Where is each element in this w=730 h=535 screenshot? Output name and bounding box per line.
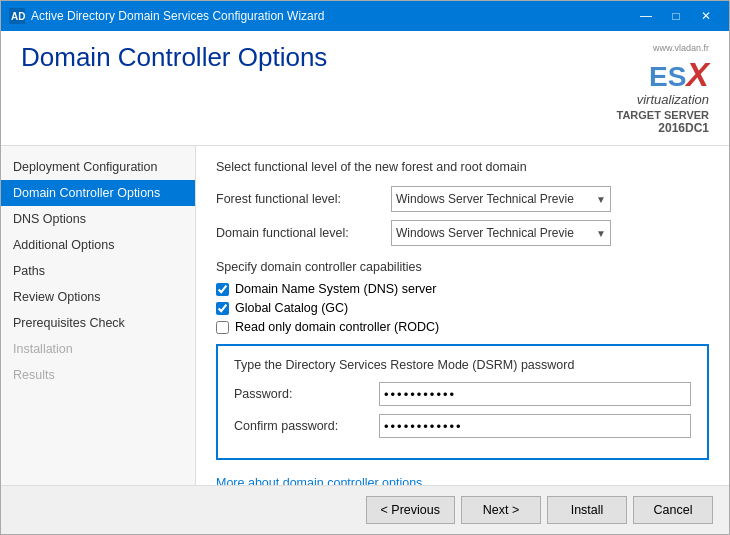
password-input[interactable] <box>379 382 691 406</box>
footer: < Previous Next > Install Cancel <box>1 485 729 534</box>
domain-level-row: Domain functional level: Windows Server … <box>216 220 709 246</box>
sidebar-item-prereq[interactable]: Prerequisites Check <box>1 310 195 336</box>
functional-level-label: Select functional level of the new fores… <box>216 160 709 174</box>
next-button[interactable]: Next > <box>461 496 541 524</box>
main-content: Select functional level of the new fores… <box>196 146 729 485</box>
forest-select-value: Windows Server Technical Previe <box>396 192 574 206</box>
more-link[interactable]: More about domain controller options <box>216 476 422 485</box>
sidebar-item-dns[interactable]: DNS Options <box>1 206 195 232</box>
forest-select[interactable]: Windows Server Technical Previe ▼ <box>391 186 611 212</box>
dns-label: Domain Name System (DNS) server <box>235 282 436 296</box>
previous-button[interactable]: < Previous <box>366 496 455 524</box>
minimize-button[interactable]: — <box>631 1 661 31</box>
gc-checkbox-row: Global Catalog (GC) <box>216 301 709 315</box>
confirm-row: Confirm password: <box>234 414 691 438</box>
domain-label: Domain functional level: <box>216 226 391 240</box>
dns-checkbox-row: Domain Name System (DNS) server <box>216 282 709 296</box>
dns-checkbox[interactable] <box>216 283 229 296</box>
server-name: 2016DC1 <box>658 121 709 135</box>
brand-url: www.vladan.fr <box>653 43 709 53</box>
password-row: Password: <box>234 382 691 406</box>
dsrm-title: Type the Directory Services Restore Mode… <box>234 358 691 372</box>
domain-select-value: Windows Server Technical Previe <box>396 226 574 240</box>
forest-dropdown-arrow: ▼ <box>596 194 606 205</box>
forest-label: Forest functional level: <box>216 192 391 206</box>
sidebar-item-review[interactable]: Review Options <box>1 284 195 310</box>
gc-checkbox[interactable] <box>216 302 229 315</box>
sidebar-item-additional[interactable]: Additional Options <box>1 232 195 258</box>
branding: www.vladan.fr ESX virtualization TARGET … <box>617 43 710 135</box>
forest-level-row: Forest functional level: Windows Server … <box>216 186 709 212</box>
rodc-label: Read only domain controller (RODC) <box>235 320 439 334</box>
close-button[interactable]: ✕ <box>691 1 721 31</box>
domain-select[interactable]: Windows Server Technical Previe ▼ <box>391 220 611 246</box>
gc-label: Global Catalog (GC) <box>235 301 348 315</box>
dsrm-box: Type the Directory Services Restore Mode… <box>216 344 709 460</box>
rodc-checkbox[interactable] <box>216 321 229 334</box>
sidebar-item-paths[interactable]: Paths <box>1 258 195 284</box>
maximize-button[interactable]: □ <box>661 1 691 31</box>
sidebar-item-dc-options[interactable]: Domain Controller Options <box>1 180 195 206</box>
capabilities-section: Specify domain controller capabilities D… <box>216 260 709 334</box>
app-icon: AD <box>9 8 25 24</box>
svg-text:AD: AD <box>11 11 25 22</box>
sidebar: Deployment Configuration Domain Controll… <box>1 146 196 485</box>
page-title: Domain Controller Options <box>21 43 327 72</box>
brand-es-text: ES <box>649 61 686 92</box>
rodc-checkbox-row: Read only domain controller (RODC) <box>216 320 709 334</box>
capabilities-title: Specify domain controller capabilities <box>216 260 709 274</box>
page-header: Domain Controller Options www.vladan.fr … <box>1 31 729 146</box>
titlebar: AD Active Directory Domain Services Conf… <box>1 1 729 31</box>
confirm-label: Confirm password: <box>234 419 379 433</box>
window-controls: — □ ✕ <box>631 1 721 31</box>
brand-x-text: X <box>686 55 709 93</box>
main-window: AD Active Directory Domain Services Conf… <box>0 0 730 535</box>
install-button[interactable]: Install <box>547 496 627 524</box>
target-label: TARGET SERVER <box>617 109 710 121</box>
password-label: Password: <box>234 387 379 401</box>
sidebar-item-deployment[interactable]: Deployment Configuration <box>1 154 195 180</box>
window-title: Active Directory Domain Services Configu… <box>31 9 631 23</box>
sidebar-item-results: Results <box>1 362 195 388</box>
domain-dropdown-arrow: ▼ <box>596 228 606 239</box>
confirm-password-input[interactable] <box>379 414 691 438</box>
sidebar-item-install: Installation <box>1 336 195 362</box>
cancel-button[interactable]: Cancel <box>633 496 713 524</box>
main-layout: Deployment Configuration Domain Controll… <box>1 146 729 485</box>
brand-logo: ESX <box>649 55 709 94</box>
brand-virt-text: virtualization <box>637 92 709 107</box>
